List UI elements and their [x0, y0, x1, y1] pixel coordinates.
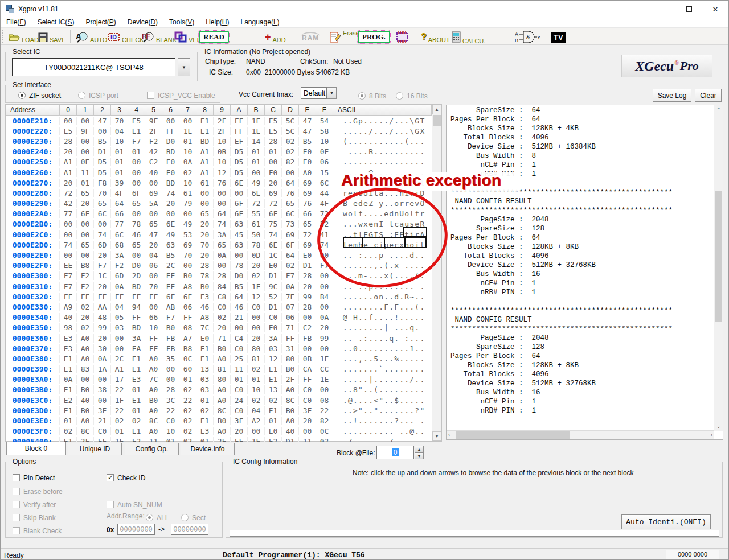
hex-byte[interactable]: 00 [214, 199, 231, 208]
hex-byte[interactable]: 6F [282, 241, 299, 249]
hex-byte[interactable]: 01 [248, 375, 265, 384]
pin-detect-checkbox[interactable]: Pin Detect [13, 472, 55, 483]
hex-ascii[interactable]: ...../.../...\GX [333, 127, 432, 135]
hex-byte[interactable]: 38 [94, 385, 111, 394]
hex-byte[interactable]: FF [128, 313, 145, 322]
scroll-down-button[interactable]: ▼ [432, 431, 441, 441]
hex-byte[interactable]: B0 [162, 323, 179, 332]
hex-byte[interactable]: 00 [77, 251, 94, 260]
hex-byte[interactable]: 10 [214, 137, 231, 146]
hex-byte[interactable]: 20 [94, 251, 111, 260]
hex-ascii[interactable]: @ H..f....!..... [333, 313, 432, 322]
hex-byte[interactable]: 6E [162, 220, 179, 228]
hex-byte[interactable]: D1 [265, 303, 282, 311]
hex-byte[interactable]: E1 [60, 355, 77, 363]
hex-ascii[interactable]: ................ [333, 158, 432, 166]
hex-byte[interactable]: 01 [248, 147, 265, 156]
hex-byte[interactable]: 11 [299, 437, 316, 442]
hex-byte[interactable]: 65 [214, 241, 231, 249]
hex-byte[interactable]: 02 [248, 271, 265, 280]
hex-byte[interactable]: 66 [299, 209, 316, 218]
hex-byte[interactable]: 9F [77, 127, 94, 135]
hex-byte[interactable]: 65 [128, 241, 145, 249]
hex-byte[interactable]: 6D [111, 271, 128, 280]
hex-byte[interactable]: 20 [60, 179, 77, 187]
hex-byte[interactable]: 12 [265, 355, 282, 363]
hex-byte[interactable]: 25 [231, 355, 248, 363]
hex-byte[interactable]: 6F [162, 293, 179, 301]
hex-byte[interactable]: 65 [299, 220, 316, 228]
hex-byte[interactable]: 10 [179, 147, 196, 156]
hex-ascii[interactable]: (...........(... [333, 137, 432, 146]
hex-ascii[interactable]: ..Gp...../...\GT [333, 117, 432, 125]
hex-byte[interactable]: 00 [111, 344, 128, 353]
hex-byte[interactable]: AB [162, 303, 179, 311]
hex-byte[interactable]: 01 [179, 375, 196, 384]
hex-byte[interactable]: E1 [196, 355, 214, 363]
hex-byte[interactable]: 47 [94, 117, 111, 125]
hex-byte[interactable]: 04 [145, 251, 162, 260]
hex-byte[interactable]: 6F [265, 209, 282, 218]
hex-byte[interactable]: 00 [94, 396, 111, 405]
hex-byte[interactable]: 63 [162, 241, 179, 249]
hex-byte[interactable]: 20 [231, 427, 248, 435]
hex-byte[interactable]: 5A [145, 199, 162, 208]
hex-byte[interactable]: 02 [248, 396, 265, 405]
hex-byte[interactable]: 00 [248, 323, 265, 332]
hex-byte[interactable]: 00 [111, 334, 128, 343]
hex-byte[interactable]: A2 [248, 417, 265, 425]
hex-byte[interactable]: 47 [299, 117, 316, 125]
hex-byte[interactable]: 22 [111, 406, 128, 415]
hex-byte[interactable]: 02 [214, 313, 231, 322]
hex-byte[interactable]: FF [128, 293, 145, 301]
hex-byte[interactable]: 40 [60, 313, 77, 322]
hex-byte[interactable]: 20 [196, 220, 214, 228]
hex-byte[interactable]: 99 [94, 323, 111, 332]
hex-byte[interactable]: E1 [196, 127, 214, 135]
hex-byte[interactable]: E3 [60, 334, 77, 343]
hex-byte[interactable]: 74 [60, 241, 77, 249]
hex-byte[interactable]: A7 [179, 334, 196, 343]
hex-byte[interactable]: FB [299, 334, 316, 343]
hex-byte[interactable]: D1 [282, 437, 299, 442]
hex-byte[interactable]: 6D [94, 241, 111, 249]
vcc-dropdown-button[interactable]: ▼ [327, 87, 337, 99]
hex-byte[interactable]: E5 [265, 127, 282, 135]
hex-byte[interactable]: 00 [128, 168, 145, 177]
scroll-up-button[interactable]: ▲ [432, 105, 441, 114]
hex-byte[interactable]: 80 [282, 355, 299, 363]
hex-byte[interactable]: 02 [316, 437, 333, 442]
hex-byte[interactable]: 00 [145, 303, 162, 311]
hex-byte[interactable]: 00 [128, 179, 145, 187]
erase-button[interactable]: Erase [330, 30, 359, 44]
logic-gate-button[interactable]: AB&Y [515, 30, 540, 44]
hex-byte[interactable]: 8C [145, 417, 162, 425]
hex-byte[interactable]: B5 [94, 137, 111, 146]
hex-byte[interactable]: 00 [248, 168, 265, 177]
menu-file-f-[interactable]: File(F) [1, 18, 32, 27]
hex-byte[interactable]: CA [299, 365, 316, 373]
hex-byte[interactable]: C0 [299, 385, 316, 394]
bits16-radio[interactable]: 16 Bits [396, 90, 428, 101]
hex-byte[interactable]: 28 [196, 261, 214, 270]
hex-byte[interactable]: FB [162, 334, 179, 343]
blank-button[interactable]: FF BLANK [142, 30, 177, 44]
hex-byte[interactable]: 1C [94, 271, 111, 280]
hex-byte[interactable]: E0 [162, 168, 179, 177]
hex-byte[interactable]: 72 [265, 199, 282, 208]
hex-byte[interactable]: 02 [179, 406, 196, 415]
hex-byte[interactable]: 9C [265, 282, 282, 291]
hex-byte[interactable]: 01 [77, 179, 94, 187]
hex-byte[interactable]: 61 [248, 220, 265, 228]
hex-byte[interactable]: 2F [282, 375, 299, 384]
hex-byte[interactable]: 0A [316, 313, 333, 322]
hex-byte[interactable]: A0 [145, 355, 162, 363]
hex-byte[interactable]: 28 [162, 385, 179, 394]
hex-byte[interactable]: CC [316, 365, 333, 373]
hex-byte[interactable]: 12 [248, 293, 265, 301]
hex-byte[interactable]: 01 [196, 396, 214, 405]
hex-byte[interactable]: B0 [196, 282, 214, 291]
hex-byte[interactable]: 20 [94, 282, 111, 291]
hex-byte[interactable]: 00 [145, 209, 162, 218]
hex-byte[interactable]: 63 [231, 220, 248, 228]
